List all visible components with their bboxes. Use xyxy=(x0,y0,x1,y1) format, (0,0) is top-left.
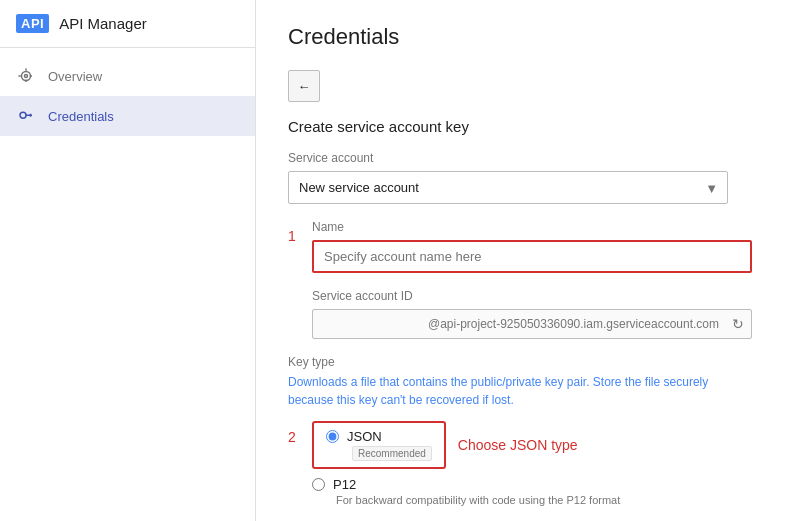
name-input[interactable] xyxy=(312,240,752,273)
name-step-content: Name xyxy=(312,220,768,273)
p12-radio-label: P12 xyxy=(333,477,356,492)
json-radio-option[interactable]: JSON xyxy=(326,429,382,444)
overview-icon xyxy=(16,66,36,86)
svg-point-2 xyxy=(20,112,26,118)
service-account-id-value: @api-project-925050336090.iam.gserviceac… xyxy=(312,309,752,339)
service-account-id-label: Service account ID xyxy=(312,289,768,303)
service-account-select[interactable]: New service account xyxy=(288,171,728,204)
p12-radio-input[interactable] xyxy=(312,478,325,491)
refresh-icon[interactable]: ↻ xyxy=(732,316,744,332)
sidebar-item-overview[interactable]: Overview xyxy=(0,56,255,96)
key-type-description: Downloads a file that contains the publi… xyxy=(288,373,718,409)
credentials-icon xyxy=(16,106,36,126)
sidebar-nav: Overview Credentials xyxy=(0,48,255,136)
step-2-number: 2 xyxy=(288,421,304,445)
page-title: Credentials xyxy=(288,24,768,50)
name-step-row: 1 Name xyxy=(288,220,768,273)
back-button[interactable]: ← xyxy=(288,70,320,102)
service-account-group: Service account New service account ▼ xyxy=(288,151,768,204)
api-logo: API xyxy=(16,14,49,33)
p12-radio-option[interactable]: P12 xyxy=(312,477,356,492)
name-label: Name xyxy=(312,220,768,234)
choose-json-label: Choose JSON type xyxy=(458,437,578,453)
p12-description: For backward compatibility with code usi… xyxy=(336,494,620,506)
service-account-id-group: Service account ID @api-project-92505033… xyxy=(312,289,768,339)
json-step-row: 2 JSON Recommended Choose JSON type xyxy=(288,421,768,469)
sidebar-item-credentials[interactable]: Credentials xyxy=(0,96,255,136)
key-type-label: Key type xyxy=(288,355,768,369)
section-title: Create service account key xyxy=(288,118,768,135)
step-1-number: 1 xyxy=(288,220,304,244)
sidebar-header: API API Manager xyxy=(0,0,255,48)
json-radio-label: JSON xyxy=(347,429,382,444)
back-arrow-icon: ← xyxy=(298,79,311,94)
recommended-badge: Recommended xyxy=(352,446,432,461)
sidebar: API API Manager Overview Credentials xyxy=(0,0,256,521)
json-radio-input[interactable] xyxy=(326,430,339,443)
service-account-label: Service account xyxy=(288,151,768,165)
sidebar-item-label-overview: Overview xyxy=(48,69,102,84)
sidebar-item-label-credentials: Credentials xyxy=(48,109,114,124)
service-account-select-wrapper: New service account ▼ xyxy=(288,171,728,204)
sidebar-title: API Manager xyxy=(59,15,147,32)
json-radio-box: JSON Recommended xyxy=(312,421,446,469)
main-content: Credentials ← Create service account key… xyxy=(256,0,800,521)
key-type-section: Key type Downloads a file that contains … xyxy=(288,355,768,506)
p12-radio-group: P12 For backward compatibility with code… xyxy=(312,477,768,506)
svg-point-0 xyxy=(25,75,28,78)
id-field-wrapper: @api-project-925050336090.iam.gserviceac… xyxy=(312,309,752,339)
svg-point-1 xyxy=(22,72,31,81)
